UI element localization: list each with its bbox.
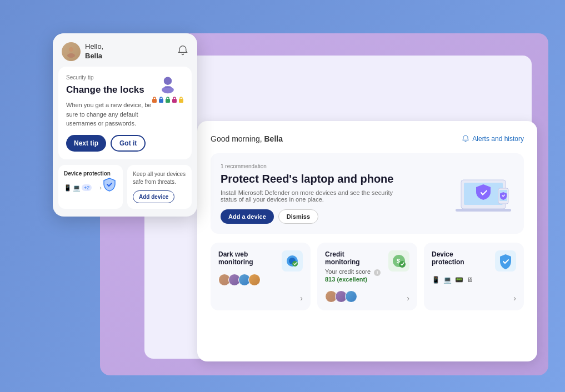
mobile-header: Hello, Bella	[53, 33, 197, 67]
svg-rect-4	[165, 87, 171, 88]
mobile-card: Hello, Bella Security tip Change the loc…	[53, 33, 197, 217]
svg-rect-11	[172, 99, 177, 103]
chevron-right-icon[interactable]: ›	[513, 294, 516, 303]
dark-web-card: Dark web monitoring ›	[211, 243, 311, 310]
svg-rect-7	[159, 99, 163, 103]
svg-rect-17	[456, 209, 511, 212]
bell-icon	[462, 135, 469, 143]
avatar-3	[345, 290, 357, 303]
chevron-right-icon[interactable]: ›	[99, 184, 102, 191]
credit-monitoring-card: Credit monitoring Your credit score i 81…	[317, 243, 417, 310]
device-protection-icon	[495, 250, 516, 272]
keep-safe-text: Keep all your devices safe from threats.	[133, 170, 186, 186]
avatar	[62, 42, 81, 61]
locks-icon	[152, 96, 184, 103]
rec-count-label: 1 recommendation	[221, 163, 409, 169]
bell-icon[interactable]	[177, 45, 188, 59]
shield-icon	[102, 177, 117, 192]
add-device-desktop-button[interactable]: Add a device	[221, 209, 274, 224]
rec-description: Install Microsoft Defender on more devic…	[221, 189, 409, 203]
svg-rect-10	[167, 97, 169, 100]
credit-avatars	[325, 290, 409, 303]
device-protection-desktop-title: Device protection	[432, 250, 482, 266]
dismiss-button[interactable]: Dismiss	[278, 209, 318, 224]
tip-buttons: Next tip Got it	[66, 135, 184, 152]
device-protection-title: Device protection	[64, 170, 117, 177]
next-tip-button[interactable]: Next tip	[66, 135, 106, 152]
svg-rect-9	[166, 99, 170, 103]
person-icon	[158, 74, 178, 94]
device-protection-desktop-card: Device protection 📱 💻 📟 🖥 ›	[424, 243, 524, 310]
avatar-4	[248, 274, 261, 286]
tablet-icon: 📟	[455, 276, 463, 284]
svg-rect-12	[173, 97, 176, 100]
keep-safe-card: Keep all your devices safe from threats.…	[127, 165, 192, 209]
device-icons-row: 📱💻 +2 ›	[64, 184, 102, 192]
laptop-shield-illustration	[453, 169, 514, 219]
laptop-icon: 💻	[443, 276, 452, 284]
rec-content: 1 recommendation Protect Reed's laptop a…	[221, 163, 409, 224]
tip-title: Change the locks	[66, 84, 149, 96]
svg-point-1	[67, 53, 75, 58]
device-protection-card: Device protection 📱💻 +2 ›	[58, 165, 123, 209]
svg-rect-14	[180, 97, 182, 100]
desktop-icon: 🖥	[467, 276, 473, 284]
credit-icon: $	[388, 250, 409, 272]
rec-buttons: Add a device Dismiss	[221, 209, 409, 224]
svg-point-3	[162, 87, 174, 94]
security-tip-card: Security tip Change the locks When you g…	[58, 67, 192, 159]
desktop-card: Good morning, Bella Alerts and history 1…	[197, 121, 537, 361]
add-device-mobile-button[interactable]: Add device	[133, 190, 174, 203]
bottom-cards: Dark web monitoring › Credit	[211, 243, 524, 310]
device-icons-bottom: 📱 💻 📟 🖥	[432, 276, 516, 284]
rec-title: Protect Reed's laptop and phone	[221, 172, 409, 186]
tip-description: When you get a new device, be sure to ch…	[66, 100, 155, 128]
desktop-header: Good morning, Bella Alerts and history	[211, 134, 524, 143]
device-row: Device protection 📱💻 +2 › Keep all your …	[58, 165, 192, 209]
info-icon[interactable]: i	[374, 269, 381, 276]
greeting: Hello, Bella	[85, 42, 103, 61]
tip-icon-area	[152, 74, 184, 103]
chevron-right-icon[interactable]: ›	[407, 294, 409, 303]
laptop-illustration	[453, 169, 514, 219]
recommendation-card: 1 recommendation Protect Reed's laptop a…	[211, 153, 524, 234]
svg-point-0	[69, 47, 73, 52]
dark-web-icon	[282, 250, 303, 272]
mobile-header-left: Hello, Bella	[62, 42, 103, 61]
svg-point-2	[164, 77, 172, 85]
dark-web-avatars	[218, 274, 303, 286]
svg-rect-13	[179, 99, 183, 103]
phone-icon: 📱	[432, 276, 440, 284]
desktop-greeting: Good morning, Bella	[211, 134, 283, 143]
svg-rect-5	[152, 99, 157, 103]
got-it-button[interactable]: Got it	[111, 135, 146, 152]
alerts-history-link[interactable]: Alerts and history	[462, 135, 524, 143]
svg-rect-8	[160, 97, 162, 100]
svg-rect-6	[153, 97, 156, 100]
chevron-right-icon[interactable]: ›	[300, 294, 303, 303]
dark-web-title: Dark web monitoring	[218, 250, 268, 266]
credit-title: Credit monitoring	[325, 250, 375, 266]
